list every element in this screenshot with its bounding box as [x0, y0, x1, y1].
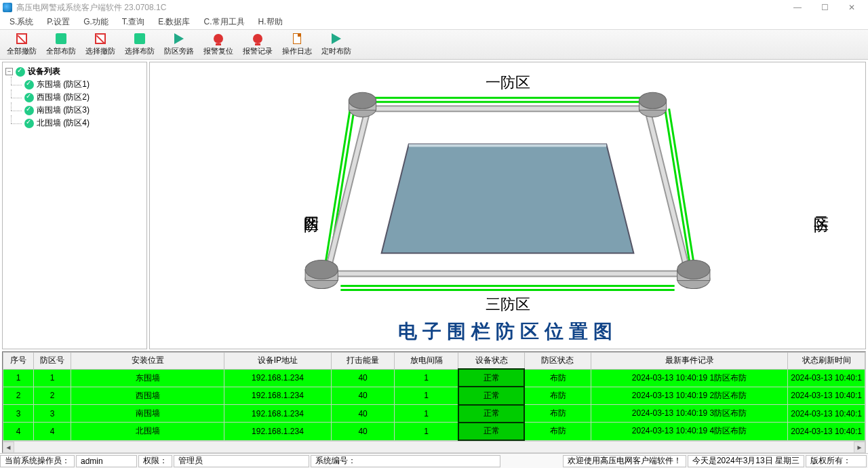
- op-log-button[interactable]: 操作日志: [278, 31, 316, 58]
- alarm-icon: [214, 34, 223, 43]
- alarm-reset-button[interactable]: 报警复位: [199, 31, 237, 58]
- scroll-left-icon[interactable]: ◄: [3, 442, 14, 453]
- ok-icon: [24, 119, 34, 128]
- cell-interval: 1: [395, 387, 458, 404]
- title-bar: 高压电网警戒系统客户端软件 23.0708.1C — ☐ ✕: [0, 0, 868, 15]
- status-perm-label: 权限：: [138, 455, 172, 467]
- cell-refresh: 2024-03-13 10:40:1: [788, 423, 865, 440]
- menu-database[interactable]: E.数据库: [151, 15, 197, 29]
- cell-energy: 40: [331, 369, 395, 387]
- cell-refresh: 2024-03-13 10:40:1: [788, 369, 865, 387]
- col-zone-status[interactable]: 防区状态: [524, 353, 591, 370]
- disarm-all-button[interactable]: 全部撤防: [3, 31, 41, 58]
- select-arm-button[interactable]: 选择布防: [121, 31, 159, 58]
- cell-interval: 1: [395, 405, 458, 423]
- cell-ip: 192.168.1.234: [224, 387, 332, 404]
- select-disarm-button[interactable]: 选择撤防: [81, 31, 119, 58]
- table-row[interactable]: 11东围墙192.168.1.234401正常布防2024-03-13 10:4…: [3, 369, 865, 387]
- cell-idx: 4: [3, 423, 34, 440]
- arm-all-button[interactable]: 全部布防: [42, 31, 80, 58]
- col-idx[interactable]: 序号: [3, 353, 34, 370]
- cell-dev_status: 正常: [458, 423, 525, 440]
- table-row[interactable]: 22西围墙192.168.1.234401正常布防2024-03-13 10:4…: [3, 387, 865, 404]
- col-interval[interactable]: 放电间隔: [395, 353, 458, 370]
- cell-dev_status: 正常: [458, 405, 525, 423]
- ok-icon: [24, 106, 34, 115]
- col-event[interactable]: 最新事件记录: [591, 353, 787, 370]
- zone-bypass-button[interactable]: 防区旁路: [160, 31, 198, 58]
- tree-item[interactable]: 北围墙 (防区4): [5, 117, 144, 130]
- svg-point-20: [305, 260, 338, 279]
- arm-icon: [56, 33, 66, 44]
- tree-item[interactable]: 东围墙 (防区1): [5, 78, 144, 91]
- cell-energy: 40: [331, 405, 395, 423]
- minimize-button[interactable]: —: [784, 0, 811, 15]
- arm-icon: [134, 33, 145, 44]
- alarm-icon: [253, 34, 262, 43]
- horizontal-scrollbar[interactable]: ◄ ►: [3, 441, 865, 452]
- tree-root-label: 设备列表: [28, 66, 60, 77]
- status-sysno: 系统编号：: [311, 455, 500, 467]
- zone-status-grid[interactable]: 序号 防区号 安装位置 设备IP地址 打击能量 放电间隔 设备状态 防区状态 最…: [2, 351, 866, 453]
- device-tree[interactable]: − 设备列表 东围墙 (防区1) 西围墙 (防区2) 南围墙 (防区3) 北围墙…: [2, 62, 147, 349]
- window-title: 高压电网警戒系统客户端软件 23.0708.1C: [16, 2, 784, 14]
- status-copyright: 版权所有：: [806, 455, 867, 467]
- menu-settings[interactable]: P.设置: [40, 15, 77, 29]
- col-dev-status[interactable]: 设备状态: [458, 353, 525, 370]
- cell-refresh: 2024-03-13 10:40:1: [788, 405, 865, 423]
- cell-location: 西围墙: [71, 387, 224, 404]
- menu-help[interactable]: H.帮助: [252, 15, 290, 29]
- svg-point-17: [639, 92, 666, 109]
- svg-point-23: [677, 260, 710, 279]
- col-location[interactable]: 安装位置: [71, 353, 224, 370]
- cell-ip: 192.168.1.234: [224, 423, 332, 440]
- collapse-icon[interactable]: −: [5, 68, 13, 75]
- svg-marker-11: [409, 144, 606, 147]
- cell-zone_status: 布防: [524, 369, 591, 387]
- cell-zone_status: 布防: [524, 423, 591, 440]
- close-button[interactable]: ✕: [838, 0, 865, 15]
- ok-icon: [24, 93, 34, 102]
- timed-arm-button[interactable]: 定时布防: [317, 31, 355, 58]
- cell-interval: 1: [395, 423, 458, 440]
- log-icon: [293, 33, 301, 44]
- cell-zone_no: 4: [34, 423, 71, 440]
- status-welcome: 欢迎使用高压电网客户端软件！: [563, 455, 686, 467]
- cell-idx: 1: [3, 369, 34, 387]
- cell-ip: 192.168.1.234: [224, 369, 332, 387]
- status-perm-value: 管理员: [174, 455, 309, 467]
- alarm-log-button[interactable]: 报警记录: [239, 31, 277, 58]
- col-refresh[interactable]: 状态刷新时间: [788, 353, 865, 370]
- cell-zone_no: 2: [34, 387, 71, 404]
- cell-location: 东围墙: [71, 369, 224, 387]
- scroll-right-icon[interactable]: ►: [854, 442, 865, 453]
- cell-event: 2024-03-13 10:40:19 4防区布防: [591, 423, 787, 440]
- col-ip[interactable]: 设备IP地址: [224, 353, 332, 370]
- cell-interval: 1: [395, 369, 458, 387]
- table-row[interactable]: 44北围墙192.168.1.234401正常布防2024-03-13 10:4…: [3, 423, 865, 440]
- tree-item[interactable]: 南围墙 (防区3): [5, 104, 144, 117]
- cell-location: 北围墙: [71, 423, 224, 440]
- cell-location: 南围墙: [71, 405, 224, 423]
- menu-functions[interactable]: G.功能: [77, 15, 115, 29]
- status-date: 今天是2024年3月13日 星期三: [688, 455, 804, 467]
- cell-refresh: 2024-03-13 10:40:1: [788, 387, 865, 404]
- col-zone-no[interactable]: 防区号: [34, 353, 71, 370]
- cell-dev_status: 正常: [458, 369, 525, 387]
- tree-root-node[interactable]: − 设备列表: [5, 65, 144, 78]
- fence-diagram: [150, 62, 865, 349]
- menu-query[interactable]: T.查询: [115, 15, 151, 29]
- menu-tools[interactable]: C.常用工具: [197, 15, 252, 29]
- cell-zone_no: 3: [34, 405, 71, 423]
- cell-energy: 40: [331, 387, 395, 404]
- cell-idx: 2: [3, 387, 34, 404]
- menu-system[interactable]: S.系统: [3, 15, 40, 29]
- play-icon: [174, 33, 184, 44]
- maximize-button[interactable]: ☐: [811, 0, 838, 15]
- tree-item[interactable]: 西围墙 (防区2): [5, 91, 144, 104]
- svg-marker-10: [382, 144, 634, 254]
- disarm-icon: [16, 33, 27, 44]
- table-row[interactable]: 33南围墙192.168.1.234401正常布防2024-03-13 10:4…: [3, 405, 865, 423]
- cell-energy: 40: [331, 423, 395, 440]
- col-energy[interactable]: 打击能量: [331, 353, 395, 370]
